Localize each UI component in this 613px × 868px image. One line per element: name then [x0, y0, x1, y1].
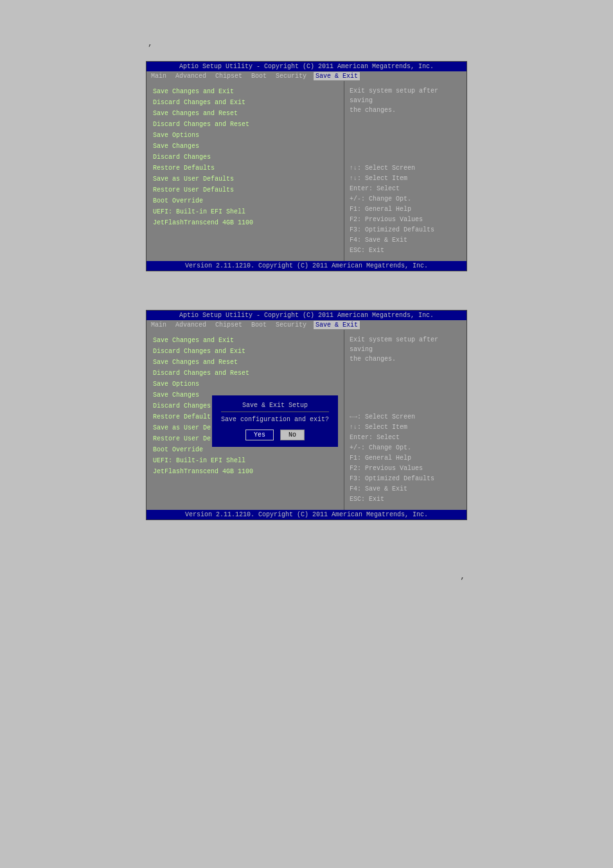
entry-restore-user-defaults-1[interactable]: Restore User Defaults	[153, 185, 337, 195]
hint-select-screen-2: ←→: Select Screen	[350, 412, 461, 422]
hint-f1-2: F1: General Help	[350, 453, 461, 464]
menu-save-exit-1[interactable]: Save & Exit	[314, 72, 360, 80]
entry-save-changes-reset-1[interactable]: Save Changes and Reset	[153, 109, 337, 119]
comma-bottom: ,	[0, 572, 613, 581]
comma-top: ,	[0, 39, 613, 48]
dialog-text: Save configuration and exit?	[221, 416, 329, 423]
bios-left-panel-1: Save Changes and Exit Discard Changes an…	[147, 81, 344, 261]
hint-f1-1: F1: General Help	[350, 204, 461, 215]
hint-select-item-2: ↑↓: Select Item	[350, 422, 461, 433]
page-wrapper: , Aptio Setup Utility - Copyright (C) 20…	[0, 0, 613, 868]
save-exit-dialog: Save & Exit Setup Save configuration and…	[211, 394, 339, 448]
entry-save-changes-1[interactable]: Save Changes	[153, 141, 337, 152]
dialog-no-button[interactable]: No	[280, 429, 305, 440]
hint-f4-1: F4: Save & Exit	[350, 235, 461, 246]
entry-discard-changes-1[interactable]: Discard Changes	[153, 152, 337, 163]
entry-save-changes-exit-1[interactable]: Save Changes and Exit	[153, 87, 337, 97]
hint-change-opt-2: +/-: Change Opt.	[350, 443, 461, 453]
entry-jetflash-2[interactable]: JetFlashTranscend 4GB 1100	[153, 467, 337, 477]
hint-f2-1: F2: Previous Values	[350, 215, 461, 225]
hint-change-opt-1: +/-: Change Opt.	[350, 194, 461, 204]
menu-advanced-1[interactable]: Advanced	[173, 72, 208, 80]
hint-f4-2: F4: Save & Exit	[350, 484, 461, 494]
bios-footer-2: Version 2.11.1210. Copyright (C) 2011 Am…	[147, 510, 466, 520]
menu-advanced-2[interactable]: Advanced	[173, 321, 208, 329]
hint-select-item-1: ↑↓: Select Item	[350, 174, 461, 184]
entry-discard-changes-reset-1[interactable]: Discard Changes and Reset	[153, 120, 337, 130]
help-text-2: Exit system setup after savingthe change…	[350, 335, 461, 364]
entry-save-user-defaults-1[interactable]: Save as User Defaults	[153, 174, 337, 185]
bios-window-2: Aptio Setup Utility - Copyright (C) 2011…	[146, 310, 467, 520]
bios-footer-1: Version 2.11.1210. Copyright (C) 2011 Am…	[147, 261, 466, 271]
entry-save-changes-reset-2[interactable]: Save Changes and Reset	[153, 357, 337, 368]
bios-body-1: Save Changes and Exit Discard Changes an…	[147, 81, 466, 261]
entry-discard-changes-exit-1[interactable]: Discard Changes and Exit	[153, 98, 337, 108]
hint-esc-2: ESC: Exit	[350, 494, 461, 505]
bios-title-1: Aptio Setup Utility - Copyright (C) 2011…	[147, 62, 466, 71]
menu-boot-1[interactable]: Boot	[249, 72, 269, 80]
menu-main-2[interactable]: Main	[149, 321, 168, 329]
bios-menubar-2[interactable]: Main Advanced Chipset Boot Security Save…	[147, 320, 466, 330]
bios-right-panel-1: Exit system setup after savingthe change…	[344, 81, 466, 261]
key-hints-2: ←→: Select Screen ↑↓: Select Item Enter:…	[350, 412, 461, 505]
hint-enter-2: Enter: Select	[350, 433, 461, 443]
entry-uefi-shell-1[interactable]: UEFI: Built-in EFI Shell	[153, 207, 337, 217]
entry-discard-changes-exit-2[interactable]: Discard Changes and Exit	[153, 347, 337, 357]
menu-main-1[interactable]: Main	[149, 72, 168, 80]
bios-window-1: Aptio Setup Utility - Copyright (C) 2011…	[146, 61, 467, 271]
entry-discard-changes-reset-2[interactable]: Discard Changes and Reset	[153, 368, 337, 379]
hint-f3-1: F3: Optimized Defaults	[350, 225, 461, 235]
hint-select-screen-1: ↑↓: Select Screen	[350, 163, 461, 174]
bios-right-panel-2: Exit system setup after savingthe change…	[344, 330, 466, 510]
entry-save-changes-exit-2[interactable]: Save Changes and Exit	[153, 336, 337, 346]
entry-boot-override-1[interactable]: Boot Override	[153, 196, 337, 206]
hint-f3-2: F3: Optimized Defaults	[350, 474, 461, 484]
menu-save-exit-2[interactable]: Save & Exit	[314, 321, 360, 329]
dialog-yes-button[interactable]: Yes	[245, 429, 274, 440]
entry-save-options-2[interactable]: Save Options	[153, 379, 337, 390]
entry-save-options-1[interactable]: Save Options	[153, 131, 337, 141]
menu-chipset-2[interactable]: Chipset	[213, 321, 244, 329]
entry-restore-defaults-1[interactable]: Restore Defaults	[153, 163, 337, 174]
menu-boot-2[interactable]: Boot	[249, 321, 269, 329]
hint-esc-1: ESC: Exit	[350, 246, 461, 256]
menu-chipset-1[interactable]: Chipset	[213, 72, 244, 80]
help-text-1: Exit system setup after savingthe change…	[350, 86, 461, 115]
entry-jetflash-1[interactable]: JetFlashTranscend 4GB 1100	[153, 218, 337, 228]
bios-body-2: Save Changes and Exit Discard Changes an…	[147, 330, 466, 510]
hint-f2-2: F2: Previous Values	[350, 464, 461, 474]
entry-uefi-shell-2[interactable]: UEFI: Built-in EFI Shell	[153, 456, 337, 466]
menu-security-2[interactable]: Security	[274, 321, 308, 329]
key-hints-1: ↑↓: Select Screen ↑↓: Select Item Enter:…	[350, 163, 461, 256]
menu-security-1[interactable]: Security	[274, 72, 308, 80]
hint-enter-1: Enter: Select	[350, 184, 461, 194]
dialog-buttons: Yes No	[221, 429, 329, 440]
bios-menubar-1[interactable]: Main Advanced Chipset Boot Security Save…	[147, 71, 466, 81]
bios-title-2: Aptio Setup Utility - Copyright (C) 2011…	[147, 311, 466, 320]
dialog-title: Save & Exit Setup	[221, 402, 329, 412]
